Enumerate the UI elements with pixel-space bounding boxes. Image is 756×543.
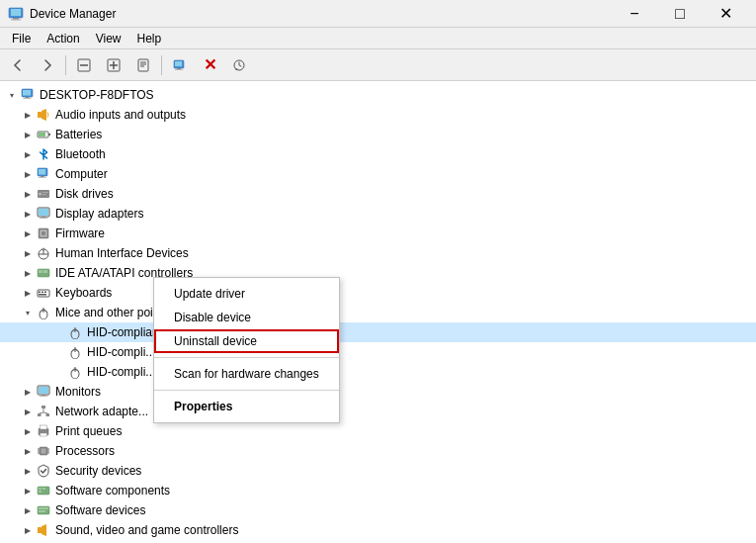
remove-button[interactable]: ✕ bbox=[196, 52, 223, 78]
tree-item-batteries[interactable]: ▶ Batteries bbox=[0, 125, 756, 144]
expand-arrow-audio[interactable]: ▶ bbox=[20, 107, 36, 123]
expand-arrow-keyboards[interactable]: ▶ bbox=[20, 285, 36, 301]
tree-item-display[interactable]: ▶ Display adapters bbox=[0, 204, 756, 224]
menu-help[interactable]: Help bbox=[129, 30, 170, 47]
collapse-button[interactable] bbox=[70, 52, 98, 78]
expand-arrow-disk[interactable]: ▶ bbox=[20, 186, 36, 202]
expand-arrow-mice[interactable]: ▾ bbox=[20, 305, 36, 320]
maximize-button[interactable]: □ bbox=[657, 0, 703, 28]
print-icon bbox=[36, 423, 51, 439]
device-tree[interactable]: ▾ DESKTOP-F8DFTOS ▶ Audio bbox=[0, 81, 756, 543]
tree-label-hid: Human Interface Devices bbox=[55, 246, 189, 260]
mouse-icon-3 bbox=[67, 364, 83, 380]
scan-button[interactable] bbox=[166, 52, 194, 78]
svg-rect-14 bbox=[175, 61, 182, 66]
context-menu-update-driver[interactable]: Update driver bbox=[154, 282, 339, 306]
expand-button[interactable] bbox=[100, 52, 127, 78]
tree-item-root[interactable]: ▾ DESKTOP-F8DFTOS bbox=[0, 85, 756, 105]
tree-item-swcomponents[interactable]: ▶ Software components bbox=[0, 481, 756, 500]
svg-rect-65 bbox=[40, 396, 47, 397]
tree-item-print[interactable]: ▶ Print queues bbox=[0, 421, 756, 441]
toolbar-sep-2 bbox=[161, 55, 162, 75]
expand-arrow-root[interactable]: ▾ bbox=[4, 87, 20, 103]
tree-label-sound: Sound, video and game controllers bbox=[55, 523, 238, 537]
expand-arrow-processors[interactable]: ▶ bbox=[20, 443, 36, 459]
expand-arrow-firmware[interactable]: ▶ bbox=[20, 226, 36, 241]
forward-button[interactable] bbox=[34, 52, 61, 78]
svg-rect-85 bbox=[42, 488, 45, 490]
tree-item-mice[interactable]: ▾ Mice and other pointing devices bbox=[0, 303, 756, 322]
tree-label-security: Security devices bbox=[55, 464, 141, 478]
tree-item-hid2[interactable]: ▶ HID-compli... bbox=[0, 342, 756, 362]
svg-rect-37 bbox=[42, 217, 45, 218]
svg-rect-51 bbox=[42, 292, 43, 294]
tree-item-audio[interactable]: ▶ Audio inputs and outputs bbox=[0, 105, 756, 125]
expand-arrow-batteries[interactable]: ▶ bbox=[20, 127, 36, 142]
firmware-icon bbox=[36, 226, 51, 241]
tree-label-root: DESKTOP-F8DFTOS bbox=[40, 88, 154, 102]
expand-arrow-security[interactable]: ▶ bbox=[20, 463, 36, 479]
context-menu-properties[interactable]: Properties bbox=[154, 395, 339, 418]
tree-item-network[interactable]: ▶ Network adapte... bbox=[0, 402, 756, 421]
toolbar: ✕ bbox=[0, 49, 756, 81]
tree-label-disk: Disk drives bbox=[55, 187, 114, 201]
tree-label-display: Display adapters bbox=[55, 207, 143, 221]
tree-label-swcomponents: Software components bbox=[55, 484, 170, 498]
tree-item-security[interactable]: ▶ Security devices bbox=[0, 461, 756, 481]
expand-arrow-hid[interactable]: ▶ bbox=[20, 245, 36, 261]
expand-arrow-sound[interactable]: ▶ bbox=[20, 522, 36, 538]
context-menu-uninstall-device[interactable]: Uninstall device bbox=[154, 329, 339, 353]
menu-view[interactable]: View bbox=[88, 30, 129, 47]
update-button[interactable] bbox=[225, 52, 253, 78]
svg-rect-63 bbox=[39, 387, 48, 394]
properties-button[interactable] bbox=[129, 52, 157, 78]
svg-point-45 bbox=[42, 248, 45, 251]
tree-item-sound[interactable]: ▶ Sound, video and game controllers bbox=[0, 520, 756, 540]
menu-action[interactable]: Action bbox=[39, 30, 87, 47]
svg-marker-23 bbox=[42, 109, 46, 121]
svg-rect-25 bbox=[48, 134, 50, 136]
svg-rect-29 bbox=[41, 176, 44, 177]
expand-arrow-swcomponents[interactable]: ▶ bbox=[20, 483, 36, 498]
processors-icon bbox=[36, 443, 51, 459]
tree-item-disk[interactable]: ▶ Disk drives bbox=[0, 184, 756, 204]
tree-item-ide[interactable]: ▶ IDE ATA/ATAPI controllers bbox=[0, 263, 756, 283]
tree-label-hid2: HID-compli... bbox=[87, 345, 155, 359]
tree-label-bluetooth: Bluetooth bbox=[55, 147, 106, 161]
tree-label-keyboards: Keyboards bbox=[55, 286, 112, 300]
tree-item-hid3[interactable]: ▶ HID-compli... bbox=[0, 362, 756, 382]
tree-item-firmware[interactable]: ▶ Firmware bbox=[0, 224, 756, 243]
tree-item-hid1[interactable]: ▶ HID-compliant mouse bbox=[0, 322, 756, 342]
back-button[interactable] bbox=[4, 52, 32, 78]
tree-item-bluetooth[interactable]: ▶ Bluetooth bbox=[0, 144, 756, 164]
tree-label-batteries: Batteries bbox=[55, 128, 102, 141]
svg-rect-89 bbox=[39, 510, 45, 512]
context-menu-disable-device[interactable]: Disable device bbox=[154, 306, 339, 329]
bluetooth-icon bbox=[36, 146, 51, 162]
expand-arrow-bluetooth[interactable]: ▶ bbox=[20, 146, 36, 162]
tree-label-hid3: HID-compli... bbox=[87, 365, 155, 379]
context-menu-scan[interactable]: Scan for hardware changes bbox=[154, 362, 339, 386]
expand-arrow-ide[interactable]: ▶ bbox=[20, 265, 36, 281]
tree-item-hid[interactable]: ▶ Human Interface Devices bbox=[0, 243, 756, 263]
menu-file[interactable]: File bbox=[4, 30, 39, 47]
svg-point-32 bbox=[39, 193, 42, 196]
expand-arrow-print[interactable]: ▶ bbox=[20, 423, 36, 439]
tree-item-swdevices[interactable]: ▶ Software devices bbox=[0, 500, 756, 520]
tree-item-processors[interactable]: ▶ Processors bbox=[0, 441, 756, 461]
sound-icon bbox=[36, 522, 51, 538]
expand-arrow-monitors[interactable]: ▶ bbox=[20, 384, 36, 400]
tree-label-firmware: Firmware bbox=[55, 226, 105, 240]
close-button[interactable]: ✕ bbox=[703, 0, 748, 28]
expand-arrow-network[interactable]: ▶ bbox=[20, 404, 36, 419]
svg-rect-66 bbox=[42, 406, 45, 408]
context-menu-sep-1 bbox=[154, 357, 339, 358]
tree-item-computer[interactable]: ▶ Computer bbox=[0, 164, 756, 184]
tree-item-keyboards[interactable]: ▶ Keyboards bbox=[0, 283, 756, 303]
expand-arrow-computer[interactable]: ▶ bbox=[20, 166, 36, 182]
tree-item-monitors[interactable]: ▶ Monitors bbox=[0, 382, 756, 402]
expand-arrow-swdevices[interactable]: ▶ bbox=[20, 502, 36, 518]
minimize-button[interactable]: − bbox=[612, 0, 657, 28]
svg-rect-21 bbox=[23, 98, 31, 99]
expand-arrow-display[interactable]: ▶ bbox=[20, 206, 36, 222]
